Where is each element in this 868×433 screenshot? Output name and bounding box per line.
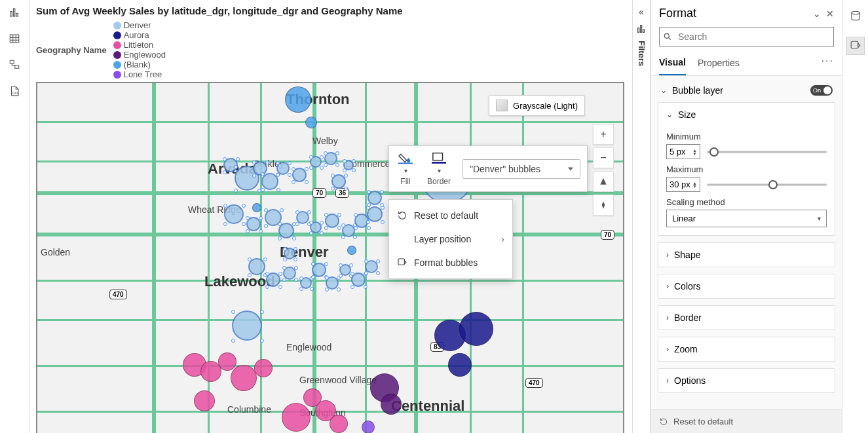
border-section: ›Border	[658, 305, 835, 330]
collapse-pane-icon[interactable]: ⌄	[813, 9, 821, 19]
max-size-input[interactable]: 30 px ▲▼	[666, 177, 700, 192]
chevron-down-icon: ⌄	[666, 110, 673, 119]
format-drawer-icon[interactable]	[846, 37, 865, 55]
map-bubble[interactable]	[284, 248, 295, 259]
map-bubble[interactable]	[231, 365, 257, 391]
map-bubble[interactable]	[326, 214, 339, 227]
format-reset-button[interactable]: Reset to default	[651, 409, 842, 433]
map-bubble[interactable]	[249, 259, 265, 274]
max-size-slider[interactable]	[707, 178, 827, 191]
bubble-series-dropdown[interactable]: "Denver" bubbles	[462, 159, 580, 179]
close-pane-icon[interactable]: ✕	[826, 9, 834, 19]
map-bubble[interactable]	[252, 203, 261, 212]
map-bubble[interactable]	[368, 207, 382, 221]
map-bubble[interactable]	[448, 353, 472, 377]
map-bubble[interactable]	[352, 273, 365, 286]
map-bubble[interactable]	[326, 277, 338, 289]
map-bubble[interactable]	[344, 160, 353, 170]
tab-properties[interactable]: Properties	[698, 52, 740, 75]
map-controls: + −	[593, 124, 614, 216]
map-bubble[interactable]	[254, 162, 267, 175]
legend-item[interactable]: Littleton	[113, 40, 166, 50]
map-bubble[interactable]	[459, 312, 493, 346]
map-bubble[interactable]	[368, 191, 381, 204]
map-bubble[interactable]	[267, 273, 280, 286]
svg-rect-1	[14, 9, 15, 16]
reset-icon	[397, 210, 407, 221]
more-options-button[interactable]: ···	[821, 55, 834, 72]
map-bubble[interactable]	[343, 225, 354, 236]
legend-item[interactable]: (Blank)	[113, 60, 166, 69]
legend-item[interactable]: Aurora	[113, 30, 166, 40]
map-bubble[interactable]	[362, 421, 375, 433]
dax-view-icon[interactable]: DAX	[7, 84, 22, 98]
fill-button[interactable]: ▾ Fill	[396, 150, 415, 187]
map-bubble[interactable]	[381, 394, 402, 415]
view-switcher-rail: DAX	[0, 0, 29, 433]
legend-dot-icon	[113, 71, 121, 79]
map-bubble[interactable]	[293, 168, 306, 181]
map-bubble[interactable]	[285, 86, 311, 113]
compass-button[interactable]	[593, 195, 614, 216]
map-bubble[interactable]	[279, 223, 293, 238]
map-bubble[interactable]	[284, 267, 295, 279]
map-bubble[interactable]	[330, 415, 348, 433]
legend-item[interactable]: Englewood	[113, 50, 166, 60]
bubble-layer-toggle[interactable]: On	[810, 85, 833, 96]
map-bubble[interactable]	[297, 212, 309, 223]
size-header[interactable]: ⌄ Size	[658, 103, 835, 126]
format-search	[659, 27, 834, 47]
map-style-selector[interactable]: Grayscale (Light)	[489, 95, 585, 116]
map-bubble[interactable]	[194, 390, 215, 411]
zoom-in-button[interactable]: +	[593, 124, 614, 145]
legend-dot-icon	[113, 22, 121, 29]
map-bubble[interactable]	[311, 222, 321, 233]
reset-icon	[659, 417, 668, 426]
data-drawer-icon[interactable]	[846, 7, 865, 25]
bubble-layer-section[interactable]: ⌄ Bubble layer On	[658, 81, 835, 102]
max-label: Maximum	[666, 164, 827, 174]
filters-icon	[636, 24, 647, 34]
border-button[interactable]: ▾ Border	[425, 150, 453, 187]
map-bubble[interactable]	[312, 263, 326, 276]
expand-filters-icon[interactable]: «	[639, 7, 644, 17]
model-view-icon[interactable]	[7, 58, 22, 72]
report-view-icon[interactable]	[7, 5, 22, 20]
map-bubble[interactable]	[233, 311, 261, 340]
tab-visual[interactable]: Visual	[659, 52, 686, 75]
svg-rect-2	[16, 14, 18, 17]
table-view-icon[interactable]	[7, 31, 22, 46]
legend-item[interactable]: Lone Tree	[113, 69, 166, 79]
map-bubble[interactable]	[332, 175, 345, 188]
layer-position-menu-item[interactable]: Layer position ›	[389, 227, 512, 251]
map-bubble[interactable]	[254, 359, 273, 377]
map-bubble[interactable]	[311, 157, 321, 167]
map-bubble[interactable]	[347, 246, 356, 255]
map-bubble[interactable]	[305, 117, 317, 128]
map-bubble[interactable]	[225, 205, 243, 223]
reset-default-menu-item[interactable]: Reset to default	[389, 204, 512, 227]
map-bubble[interactable]	[366, 261, 377, 273]
scaling-method-select[interactable]: Linear ▾	[666, 210, 827, 227]
route-shield: 70	[312, 188, 326, 198]
legend-item[interactable]: Denver	[113, 20, 166, 30]
map-bubble[interactable]	[247, 217, 260, 231]
chevron-right-icon: ›	[666, 376, 669, 385]
map-bubble[interactable]	[277, 162, 289, 174]
map-bubble[interactable]	[301, 278, 311, 288]
filters-collapsed-pane[interactable]: « Filters	[632, 0, 651, 433]
map-bubble[interactable]	[340, 265, 350, 275]
map-bubble[interactable]	[282, 403, 311, 432]
format-search-input[interactable]	[659, 27, 834, 47]
map-bubble[interactable]	[325, 153, 337, 164]
format-bubbles-menu-item[interactable]: Format bubbles	[389, 251, 512, 274]
shape-section: ›Shape	[658, 242, 835, 267]
map-bubble[interactable]	[262, 174, 278, 189]
zoom-out-button[interactable]: −	[593, 147, 614, 168]
map-visual[interactable]: ThorntonArvadaBerkleyWelbyCommerce CityW…	[36, 82, 624, 433]
city-label: Golden	[41, 247, 70, 257]
map-bubble[interactable]	[218, 352, 236, 371]
pitch-button[interactable]	[593, 171, 614, 192]
min-size-slider[interactable]	[707, 145, 827, 159]
min-size-input[interactable]: 5 px ▲▼	[666, 144, 700, 159]
